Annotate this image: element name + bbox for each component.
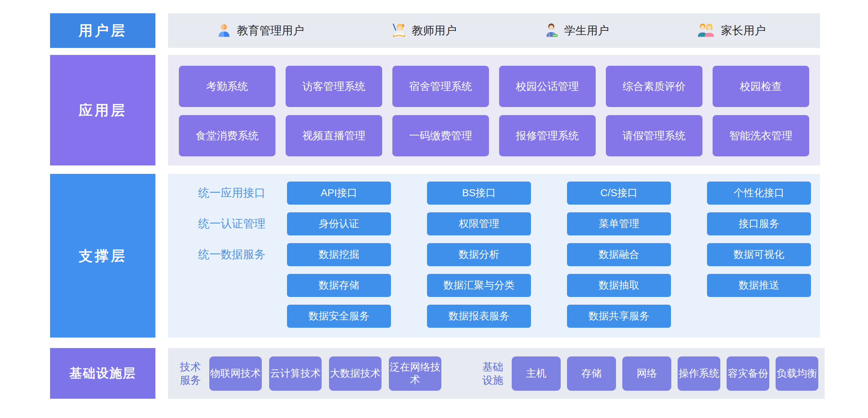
- user-type-teacher: 教师用户: [391, 23, 457, 39]
- infrastructure-layer-row: 基础设施层 技术服务 物联网技术 云计算技术 大数据技术 泛在网络技术 基础设施…: [50, 348, 820, 399]
- user-type-label: 教师用户: [412, 23, 457, 38]
- layer-label-app: 应用层: [50, 55, 155, 165]
- infra-tech-card: 泛在网络技术: [389, 356, 441, 391]
- application-layer-row: 应用层 考勤系统 访客管理系统 宿舍管理系统 校园公话管理 综合素质评价 校园检…: [50, 55, 820, 165]
- support-row-label-spacer: [177, 274, 287, 297]
- app-system-card: 一码缴费管理: [392, 115, 489, 156]
- support-service-card: 数据共享服务: [567, 305, 671, 328]
- infra-base-card: 网络: [622, 356, 671, 391]
- support-layer-row: 支撑层 统一应用接口 API接口 BS接口 C/S接口 个性化接口 统一认证管理…: [50, 174, 820, 338]
- infrastructure-layer-strip: 技术服务 物联网技术 云计算技术 大数据技术 泛在网络技术 基础设施 主机 存储…: [168, 348, 825, 399]
- support-service-card: 接口服务: [707, 212, 811, 235]
- support-row-label: 统一数据服务: [177, 243, 287, 266]
- support-row-label-spacer: [177, 305, 287, 328]
- support-row-data-2: 数据存储 数据汇聚与分类 数据抽取 数据推送: [177, 274, 820, 297]
- app-system-card: 视频直播管理: [286, 115, 382, 156]
- support-service-card: 数据挖掘: [287, 243, 391, 266]
- app-system-card: 访客管理系统: [286, 66, 382, 107]
- support-row-data-1: 统一数据服务 数据挖掘 数据分析 数据融合 数据可视化: [177, 243, 820, 266]
- user-type-parents: 家长用户: [696, 23, 766, 39]
- smart-campus-architecture-diagram: 用户层 教育管理用户: [0, 0, 868, 418]
- user-type-label: 学生用户: [564, 23, 609, 38]
- application-layer-strip: 考勤系统 访客管理系统 宿舍管理系统 校园公话管理 综合素质评价 校园检查 食堂…: [168, 55, 820, 165]
- support-service-card: API接口: [287, 182, 391, 205]
- support-layer-strip: 统一应用接口 API接口 BS接口 C/S接口 个性化接口 统一认证管理 身份认…: [168, 174, 820, 338]
- user-type-admin: 教育管理用户: [216, 23, 304, 39]
- layer-label-infra: 基础设施层: [50, 348, 155, 399]
- infra-base-card: 存储: [567, 356, 616, 391]
- user-layer-strip: 教育管理用户 教师用户: [168, 13, 820, 48]
- support-service-card: BS接口: [427, 182, 531, 205]
- user-type-label: 教育管理用户: [237, 23, 304, 38]
- infra-tech-card: 大数据技术: [329, 356, 382, 391]
- app-system-card: 校园公话管理: [499, 66, 596, 107]
- parents-user-icon: [696, 23, 716, 39]
- user-type-student: 学生用户: [543, 23, 609, 39]
- app-system-card: 综合素质评价: [606, 66, 702, 107]
- support-service-card: 数据报表服务: [427, 305, 531, 328]
- support-service-card: 数据分析: [427, 243, 531, 266]
- support-row-label: 统一应用接口: [177, 182, 287, 205]
- layer-label-user: 用户层: [50, 13, 155, 48]
- support-service-card: C/S接口: [567, 182, 671, 205]
- app-system-card: 考勤系统: [179, 66, 275, 107]
- infra-tech-card: 物联网技术: [209, 356, 262, 391]
- support-service-card: 数据安全服务: [287, 305, 391, 328]
- app-system-card: 宿舍管理系统: [392, 66, 489, 107]
- user-type-label: 家长用户: [721, 23, 766, 38]
- support-service-card: 数据汇聚与分类: [427, 274, 531, 297]
- admin-user-icon: [216, 23, 232, 39]
- student-user-icon: [543, 23, 559, 39]
- support-service-card: 个性化接口: [707, 182, 811, 205]
- infra-base-card: 操作系统: [678, 356, 720, 391]
- support-service-card: 身份认证: [287, 212, 391, 235]
- app-system-card: 校园检查: [713, 66, 809, 107]
- support-service-card: 菜单管理: [567, 212, 671, 235]
- support-row-label: 统一认证管理: [177, 212, 287, 235]
- infra-base-card: 负载均衡: [776, 356, 818, 391]
- app-system-card: 请假管理系统: [606, 115, 702, 156]
- infra-base-card: 容灾备份: [727, 356, 769, 391]
- user-layer-row: 用户层 教育管理用户: [50, 13, 820, 48]
- infra-group-label-tech: 技术服务: [177, 360, 204, 387]
- support-service-card: 数据存储: [287, 274, 391, 297]
- support-row-data-3: 数据安全服务 数据报表服务 数据共享服务: [177, 305, 820, 328]
- support-service-card: 数据抽取: [567, 274, 671, 297]
- infra-group-label-base: 基础设施: [479, 360, 506, 387]
- app-system-card: 智能洗衣管理: [713, 115, 809, 156]
- support-service-card: 数据推送: [707, 274, 811, 297]
- support-service-card: 数据可视化: [707, 243, 811, 266]
- support-service-card: 数据融合: [567, 243, 671, 266]
- support-row-auth: 统一认证管理 身份认证 权限管理 菜单管理 接口服务: [177, 212, 820, 235]
- infra-tech-card: 云计算技术: [269, 356, 322, 391]
- layer-label-support: 支撑层: [50, 174, 155, 338]
- infra-base-card: 主机: [512, 356, 561, 391]
- support-service-card: 权限管理: [427, 212, 531, 235]
- teacher-user-icon: [391, 23, 407, 39]
- app-system-card: 食堂消费系统: [179, 115, 275, 156]
- support-row-app-interface: 统一应用接口 API接口 BS接口 C/S接口 个性化接口: [177, 182, 820, 205]
- app-system-card: 报修管理系统: [499, 115, 596, 156]
